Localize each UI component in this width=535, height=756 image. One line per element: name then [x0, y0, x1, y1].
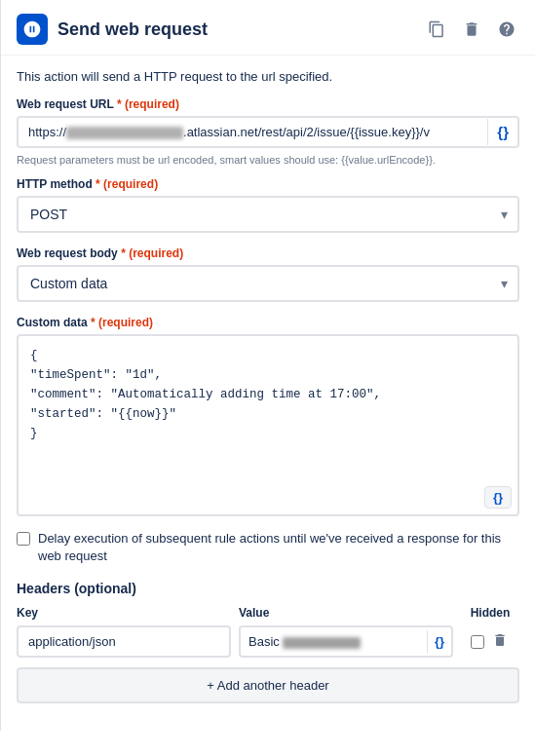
jira-icon	[17, 14, 48, 45]
headers-column-headers: Key Value Hidden	[17, 606, 519, 620]
delay-checkbox-row: Delay execution of subsequent rule actio…	[17, 530, 519, 565]
web-request-body-wrapper: Custom data Issue data Empty ▾	[17, 265, 519, 302]
http-method-label: HTTP method * (required)	[17, 177, 519, 191]
delay-checkbox[interactable]	[17, 532, 30, 546]
url-label: Web request URL * (required)	[17, 97, 519, 111]
help-button[interactable]	[494, 17, 519, 42]
url-curl-button[interactable]: {}	[487, 119, 517, 145]
panel-title: Send web request	[57, 19, 208, 40]
header-value-wrapper: Basic {}	[239, 625, 453, 658]
custom-data-curl-button[interactable]: {}	[484, 486, 512, 509]
hidden-column-label: Hidden	[461, 606, 519, 620]
add-header-button[interactable]: + Add another header	[17, 667, 519, 703]
header-value-masked	[283, 637, 361, 649]
url-masked-segment	[66, 127, 183, 139]
custom-data-label: Custom data * (required)	[17, 316, 519, 329]
custom-data-wrapper: { "timeSpent": "1d", "comment": "Automat…	[17, 334, 519, 516]
header-value-display: Basic	[241, 627, 427, 656]
header-hidden-checkbox[interactable]	[471, 635, 484, 649]
header-delete-button[interactable]	[490, 630, 510, 654]
url-input-wrapper: https://.atlassian.net/rest/api/2/issue/…	[17, 116, 519, 148]
hidden-cell	[461, 630, 519, 654]
header-key-input[interactable]	[17, 625, 231, 658]
header-value-curl-button[interactable]: {}	[427, 630, 451, 653]
delay-checkbox-label[interactable]: Delay execution of subsequent rule actio…	[38, 530, 519, 565]
web-request-body-label: Web request body * (required)	[17, 246, 519, 260]
http-method-select[interactable]: POST GET PUT DELETE PATCH	[17, 196, 519, 233]
delete-button[interactable]	[459, 17, 484, 42]
custom-data-textarea[interactable]: { "timeSpent": "1d", "comment": "Automat…	[19, 336, 517, 511]
url-display: https://.atlassian.net/rest/api/2/issue/…	[19, 118, 487, 146]
http-method-wrapper: POST GET PUT DELETE PATCH ▾	[17, 196, 519, 233]
panel-body: This action will send a HTTP request to …	[1, 56, 535, 731]
url-hint: Request parameters must be url encoded, …	[17, 154, 519, 166]
value-column-label: Value	[239, 606, 453, 620]
web-request-body-select[interactable]: Custom data Issue data Empty	[17, 265, 519, 302]
header-left: Send web request	[17, 14, 208, 45]
header-actions	[424, 17, 519, 42]
panel-header: Send web request	[1, 0, 535, 56]
copy-button[interactable]	[424, 17, 449, 42]
header-row: Basic {}	[17, 625, 519, 658]
key-column-label: Key	[17, 606, 231, 620]
headers-section-title: Headers (optional)	[17, 581, 519, 596]
description-text: This action will send a HTTP request to …	[17, 69, 519, 84]
panel-container: Send web request This action will send a…	[0, 0, 535, 731]
